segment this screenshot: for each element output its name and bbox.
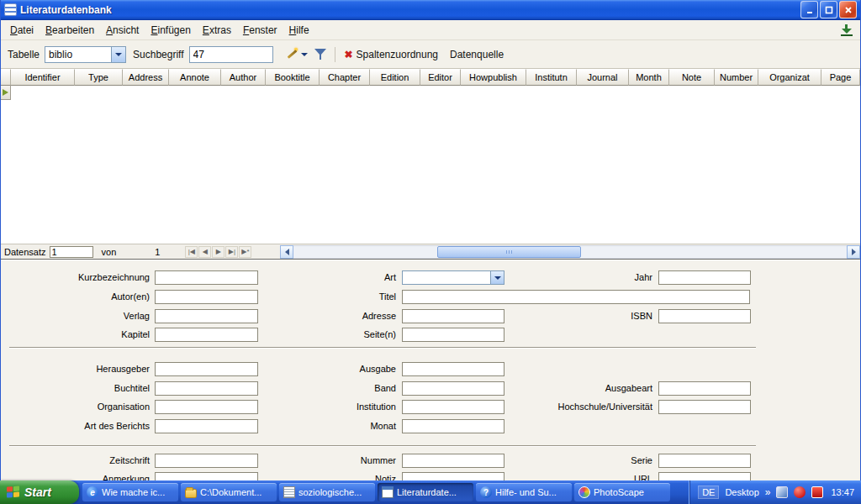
menu-bearbeiten[interactable]: Bearbeiten (40, 22, 100, 39)
menu-extras[interactable]: Extras (197, 22, 237, 39)
label-zeitschrift: Zeitschrift (9, 454, 150, 468)
photoscape-icon (578, 486, 590, 498)
green-arrow-icon[interactable] (840, 24, 853, 36)
tray-icon-quickstarter[interactable] (776, 486, 788, 498)
kapitel-input[interactable] (155, 328, 258, 342)
minimize-button[interactable] (800, 1, 818, 18)
data-source-button[interactable]: Datenquelle (446, 47, 508, 62)
last-record-button[interactable]: ▶| (225, 246, 238, 258)
jahr-input[interactable] (658, 270, 751, 285)
organisation-input[interactable] (155, 400, 258, 414)
taskbar-clock[interactable]: 13:47 (831, 487, 854, 497)
chevron-down-icon[interactable] (111, 47, 125, 62)
art-des-berichts-input[interactable] (155, 419, 258, 433)
tray-icon-red-shield[interactable] (811, 486, 823, 498)
close-button[interactable] (839, 1, 857, 18)
filter-button[interactable] (311, 45, 330, 65)
chevron-right-icon[interactable]: » (765, 486, 771, 498)
label-serie: Serie (497, 454, 652, 468)
folder-icon (185, 489, 197, 498)
maximize-button[interactable] (820, 1, 837, 18)
column-header[interactable]: Edition (370, 69, 420, 86)
ausgabe-input[interactable] (402, 362, 504, 376)
next-record-button[interactable]: ▶ (212, 246, 224, 258)
column-header[interactable]: Organizat (758, 69, 821, 86)
column-header[interactable]: Type (75, 69, 123, 86)
institution-input[interactable] (402, 400, 504, 414)
buchtitel-input[interactable] (155, 381, 258, 396)
start-button[interactable]: Start (0, 480, 79, 504)
kurzbezeichnung-input[interactable] (155, 270, 258, 285)
internet-explorer-icon: e (87, 486, 98, 498)
nummer-input[interactable] (402, 454, 504, 468)
taskbar-item-document[interactable]: soziologische... (279, 483, 375, 501)
band-input[interactable] (402, 381, 504, 396)
column-header[interactable]: Editor (420, 69, 461, 86)
language-indicator[interactable]: DE (698, 486, 719, 499)
menu-fenster[interactable]: Fenster (237, 22, 283, 39)
taskbar-item-explorer[interactable]: C:\Dokument... (181, 483, 277, 501)
adresse-input[interactable] (402, 309, 504, 323)
search-label: Suchbegriff (133, 49, 184, 60)
tray-icon-red-circle[interactable] (794, 486, 806, 498)
new-record-button[interactable]: ▶* (239, 246, 251, 258)
column-header[interactable]: Note (669, 69, 715, 86)
desktop-toolbar-label[interactable]: Desktop (725, 487, 758, 497)
menu-einfuegen[interactable]: Einfügen (145, 22, 196, 39)
scroll-right-button[interactable] (847, 245, 860, 259)
url-input[interactable] (658, 472, 751, 480)
table-combobox[interactable]: biblio (45, 46, 126, 63)
app-icon[interactable] (4, 3, 17, 16)
ausgabeart-input[interactable] (658, 381, 751, 396)
seiten-input[interactable] (402, 328, 504, 342)
column-header[interactable]: Page (821, 69, 860, 86)
verlag-input[interactable] (155, 309, 258, 323)
column-header[interactable]: Institutn (526, 69, 577, 86)
menu-ansicht[interactable]: Ansicht (100, 22, 145, 39)
autoren-input[interactable] (155, 290, 258, 304)
monat-input[interactable] (402, 419, 504, 433)
menu-datei[interactable]: Datei (4, 22, 40, 39)
horizontal-scrollbar[interactable] (280, 245, 860, 259)
column-header[interactable]: Annote (169, 69, 221, 86)
autopilot-wand-button[interactable] (282, 45, 311, 65)
titel-input[interactable] (402, 290, 750, 304)
label-isbn: ISBN (497, 309, 652, 323)
taskbar-item-help[interactable]: ? Hilfe- und Su... (476, 483, 572, 501)
isbn-input[interactable] (658, 309, 751, 323)
column-header[interactable]: Month (629, 69, 669, 86)
column-header[interactable]: Author (221, 69, 266, 86)
zeitschrift-input[interactable] (155, 454, 258, 468)
taskbar-item-photoscape[interactable]: PhotoScape (574, 483, 670, 501)
grid-corner-cell (1, 69, 11, 86)
scrollbar-thumb[interactable] (437, 246, 581, 258)
previous-record-button[interactable]: ◀ (198, 246, 211, 258)
windows-logo-icon (7, 486, 20, 498)
column-header[interactable]: Number (715, 69, 758, 86)
label-ausgabe: Ausgabe (270, 362, 396, 376)
column-header[interactable]: Booktitle (266, 69, 320, 86)
column-header[interactable]: Identifier (11, 69, 75, 86)
table-grid-body[interactable] (1, 86, 860, 244)
menu-hilfe[interactable]: Hilfe (283, 22, 315, 39)
search-input[interactable] (189, 46, 273, 63)
chevron-down-icon[interactable] (301, 53, 308, 56)
column-header[interactable]: Howpublish (461, 69, 526, 86)
taskbar-item-literaturdatenbank[interactable]: Literaturdate... (378, 483, 473, 501)
serie-input[interactable] (658, 454, 751, 468)
notiz-input[interactable] (402, 472, 504, 480)
scrollbar-track[interactable] (293, 245, 847, 259)
column-header[interactable]: Address (123, 69, 169, 86)
column-header[interactable]: Chapter (320, 69, 370, 86)
column-header[interactable]: Journal (577, 69, 629, 86)
scroll-left-button[interactable] (280, 245, 293, 259)
herausgeber-input[interactable] (155, 362, 258, 376)
column-mapping-button[interactable]: ✖ Spaltenzuordnung (341, 47, 442, 62)
record-number-input[interactable] (50, 246, 93, 258)
art-combobox[interactable] (402, 270, 504, 285)
first-record-button[interactable]: |◀ (185, 246, 198, 258)
anmerkung-input[interactable] (155, 472, 258, 480)
taskbar-item-browser[interactable]: e Wie mache ic... (82, 483, 178, 501)
column-mapping-label: Spaltenzuordnung (357, 49, 438, 60)
hochschule-input[interactable] (658, 400, 751, 414)
